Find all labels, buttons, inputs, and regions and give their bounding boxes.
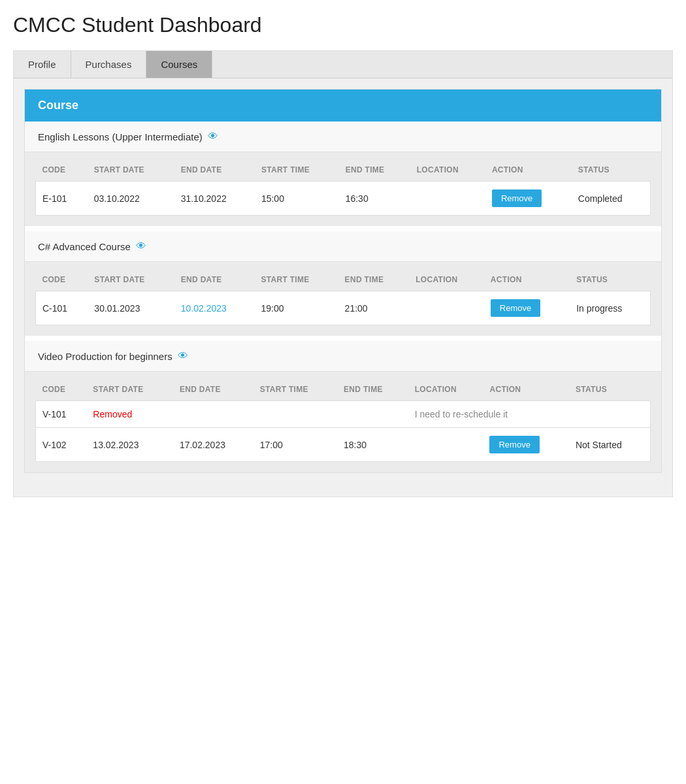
cell-start-time-v101 xyxy=(253,401,337,428)
table-row-v102: V-102 13.02.2023 17.02.2023 17:00 18:30 … xyxy=(36,428,651,462)
eye-icon-csharp[interactable]: 👁 xyxy=(136,240,146,252)
col-end-time: END TIME xyxy=(337,380,408,401)
col-code: CODE xyxy=(36,380,87,401)
cell-start-time-v102: 17:00 xyxy=(253,428,337,462)
cell-end-date: 10.02.2023 xyxy=(174,291,255,325)
cell-start-date-v102: 13.02.2023 xyxy=(86,428,173,462)
eye-icon-video[interactable]: 👁 xyxy=(178,350,188,362)
col-location: LOCATION xyxy=(409,270,484,291)
cell-end-date: 31.10.2022 xyxy=(174,182,255,216)
cell-code-v102: V-102 xyxy=(36,428,87,462)
col-location: LOCATION xyxy=(408,380,483,401)
col-end-time: END TIME xyxy=(338,270,410,291)
col-start-date: START DATE xyxy=(88,160,174,182)
cell-code-v101: V-101 xyxy=(36,401,87,428)
csharp-table: CODE START DATE END DATE START TIME END … xyxy=(35,270,651,325)
remove-button-v102[interactable]: Remove xyxy=(489,436,539,453)
remove-button-c101[interactable]: Remove xyxy=(491,299,540,317)
cell-start-time: 19:00 xyxy=(254,291,338,325)
col-start-time: START TIME xyxy=(254,270,338,291)
cell-start-date: 03.10.2022 xyxy=(88,182,174,216)
cell-code: C-101 xyxy=(36,291,88,325)
table-row-v101: V-101 Removed I need to re-schedule it xyxy=(36,401,651,428)
cell-start-date: 30.01.2023 xyxy=(88,291,174,325)
col-end-time: END TIME xyxy=(339,160,410,182)
table-row: E-101 03.10.2022 31.10.2022 15:00 16:30 … xyxy=(36,182,651,216)
cell-location xyxy=(410,182,485,216)
cell-end-time: 21:00 xyxy=(338,291,410,325)
page-title: CMCC Student Dashboard xyxy=(13,13,673,37)
cell-action: Remove xyxy=(484,291,570,325)
course-csharp-name: C# Advanced Course 👁 xyxy=(38,240,648,252)
english-table: CODE START DATE END DATE START TIME END … xyxy=(35,160,651,216)
col-code: CODE xyxy=(36,160,88,182)
col-action: ACTION xyxy=(484,270,570,291)
cell-end-time: 16:30 xyxy=(339,182,410,216)
course-card: Course English Lessons (Upper Intermedia… xyxy=(24,89,662,473)
video-table-container: CODE START DATE END DATE START TIME END … xyxy=(25,372,661,472)
col-end-date: END DATE xyxy=(174,160,255,182)
col-status: STATUS xyxy=(569,380,651,401)
table-row: C-101 30.01.2023 10.02.2023 19:00 21:00 … xyxy=(36,291,651,325)
cell-location-v102 xyxy=(408,428,483,462)
eye-icon-english[interactable]: 👁 xyxy=(208,131,218,142)
course-video-name: Video Production for beginners 👁 xyxy=(38,350,648,362)
course-english-section: English Lessons (Upper Intermediate) 👁 xyxy=(25,122,661,152)
cell-status-v102: Not Started xyxy=(569,428,651,462)
cell-status: In progress xyxy=(570,291,650,325)
main-container: Profile Purchases Courses Course English… xyxy=(13,50,673,497)
col-status: STATUS xyxy=(570,270,650,291)
col-end-date: END DATE xyxy=(173,380,253,401)
col-end-date: END DATE xyxy=(174,270,255,291)
course-csharp-section: C# Advanced Course 👁 xyxy=(25,231,661,262)
content-area: Course English Lessons (Upper Intermedia… xyxy=(14,78,672,497)
remove-button-e101[interactable]: Remove xyxy=(492,189,542,207)
cell-end-date-v102: 17.02.2023 xyxy=(173,428,253,462)
video-table: CODE START DATE END DATE START TIME END … xyxy=(35,380,651,462)
course-card-header: Course xyxy=(25,90,661,122)
tab-courses[interactable]: Courses xyxy=(146,51,212,78)
cell-end-time-v101 xyxy=(337,401,408,428)
cell-action: Remove xyxy=(485,182,572,216)
cell-status: Completed xyxy=(572,182,651,216)
course-video-section: Video Production for beginners 👁 xyxy=(25,341,661,372)
cell-start-time: 15:00 xyxy=(255,182,339,216)
col-start-time: START TIME xyxy=(253,380,337,401)
col-action: ACTION xyxy=(483,380,568,401)
english-table-container: CODE START DATE END DATE START TIME END … xyxy=(25,152,661,226)
col-status: STATUS xyxy=(572,160,651,182)
col-start-time: START TIME xyxy=(255,160,339,182)
tab-profile[interactable]: Profile xyxy=(14,51,71,78)
col-action: ACTION xyxy=(485,160,572,182)
cell-action-v102: Remove xyxy=(483,428,568,462)
csharp-table-container: CODE START DATE END DATE START TIME END … xyxy=(25,262,661,336)
course-english-name: English Lessons (Upper Intermediate) 👁 xyxy=(38,131,648,142)
cell-start-date-v101: Removed xyxy=(86,401,173,428)
col-code: CODE xyxy=(36,270,88,291)
tab-bar: Profile Purchases Courses xyxy=(14,51,672,78)
tab-purchases[interactable]: Purchases xyxy=(71,51,147,78)
cell-reschedule-v101: I need to re-schedule it xyxy=(408,401,651,428)
cell-location xyxy=(409,291,484,325)
col-start-date: START DATE xyxy=(88,270,174,291)
cell-end-time-v102: 18:30 xyxy=(337,428,408,462)
col-location: LOCATION xyxy=(410,160,485,182)
cell-end-date-v101 xyxy=(173,401,253,428)
cell-code: E-101 xyxy=(36,182,88,216)
col-start-date: START DATE xyxy=(86,380,173,401)
